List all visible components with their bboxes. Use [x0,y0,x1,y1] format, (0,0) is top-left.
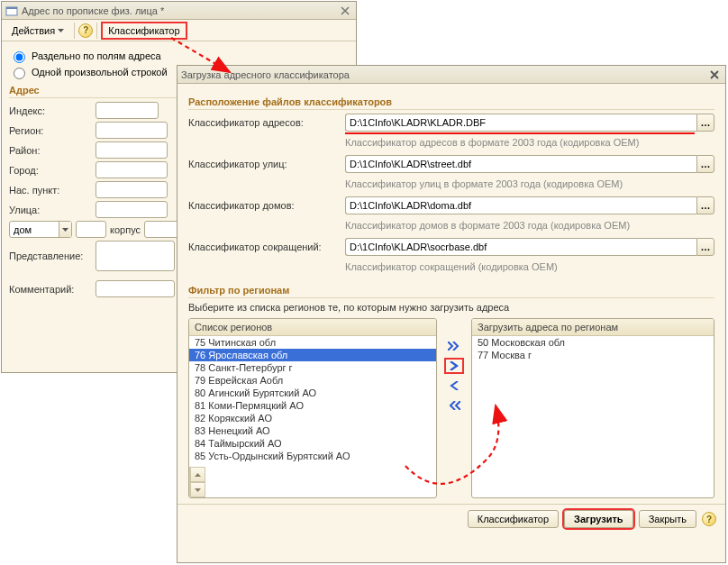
section-filter: Фильтр по регионам [188,285,714,298]
titlebar[interactable]: Загрузка адресного классификатора [177,66,725,84]
input-house[interactable] [76,221,106,238]
label-addr: Классификатор адресов: [188,117,340,128]
input-region[interactable] [96,122,168,139]
list-item[interactable]: 78 Санкт-Петербург г [189,361,436,374]
list-item[interactable]: 76 Ярославская обл [189,349,436,361]
actions-label: Действия [12,25,55,36]
help-icon[interactable]: ? [78,23,93,38]
list-item[interactable]: 85 Усть-Ордынский Бурятский АО [189,450,436,462]
label-street: Классификатор улиц: [188,159,340,169]
svg-rect-1 [6,7,17,9]
input-house-value: D:\1CInfo\KLADR\doma.dbf [350,200,471,211]
actions-menu[interactable]: Действия [5,22,70,40]
load-label: Загрузить [574,514,623,524]
input-locality[interactable] [96,181,168,198]
footer-classifier-label: Классификатор [478,514,549,524]
list-selected-header: Загрузить адреса по регионам [472,319,714,336]
input-city[interactable] [96,161,168,178]
hint-addr: Классификатор адресов в формате 2003 год… [345,137,714,148]
input-district[interactable] [96,141,168,159]
radio-free-string-label: Одной произвольной строкой [32,67,168,77]
hint-street: Классификатор улиц в формате 2003 года (… [345,178,714,189]
list-item[interactable]: 84 Таймырский АО [189,437,436,450]
list-item[interactable]: 50 Московская обл [472,336,714,349]
chevron-down-icon [58,29,64,32]
browse-button[interactable]: … [696,238,714,256]
list-regions-header: Список регионов [189,319,436,336]
list-item[interactable]: 83 Ненецкий АО [189,424,436,437]
classifier-button[interactable]: Классификатор [101,22,187,40]
window-icon [5,5,18,17]
hint-house: Классификатор домов в формате 2003 года … [345,220,714,231]
annotation-underline [345,132,695,134]
input-street-value: D:\1CInfo\KLADR\street.dbf [350,159,471,169]
footer-classifier-button[interactable]: Классификатор [468,510,559,528]
move-buttons [444,318,464,498]
label-index: Индекс: [9,105,90,116]
hint-abbr: Классификатор сокращений (кодировка OEM) [345,261,714,272]
label-region: Регион: [9,125,90,136]
close-icon[interactable] [338,5,352,17]
list-item[interactable]: 80 Агинский Бурятский АО [189,387,436,399]
browse-button[interactable]: … [696,114,714,132]
toolbar-divider [74,23,75,39]
scroll-down-icon[interactable] [190,482,205,497]
close-label: Закрыть [649,514,687,524]
input-index[interactable] [96,102,159,119]
close-button[interactable]: Закрыть [639,510,696,528]
titlebar[interactable]: Адрес по прописке физ. лица * [2,2,356,20]
footer: Классификатор Загрузить Закрыть ? [177,504,725,533]
list-item[interactable]: 77 Москва г [472,349,714,361]
input-abbr-value: D:\1CInfo\KLADR\socrbase.dbf [350,241,487,252]
list-item[interactable]: 82 Корякский АО [189,412,436,424]
close-icon[interactable] [707,68,722,81]
scroll-up-icon[interactable] [190,467,205,482]
label-comment: Комментарий: [9,284,90,295]
move-all-right[interactable] [444,338,464,354]
input-house[interactable]: D:\1CInfo\KLADR\doma.dbf [345,196,696,214]
input-street[interactable] [96,201,168,218]
move-all-left[interactable] [444,397,464,414]
label-locality: Нас. пункт: [9,185,90,196]
input-comment[interactable] [96,280,175,297]
label-abbr: Классификатор сокращений: [188,241,340,252]
label-representation: Представление: [9,251,90,261]
label-building: корпус [110,224,141,235]
window-title: Загрузка адресного классификатора [181,69,350,80]
label-city: Город: [9,165,90,176]
browse-button[interactable]: … [696,196,714,214]
input-addr-value: D:\1CInfo\KLADR\KLADR.DBF [350,117,486,128]
input-addr[interactable]: D:\1CInfo\KLADR\KLADR.DBF [345,114,696,132]
label-house: Классификатор домов: [188,200,340,211]
toolbar-divider [96,23,97,39]
radio-by-fields-label: Раздельно по полям адреса [32,50,161,61]
label-street: Улица: [9,205,90,215]
house-type-combo[interactable]: дом [9,221,72,238]
radio-by-fields-input[interactable] [14,51,25,63]
input-street[interactable]: D:\1CInfo\KLADR\street.dbf [345,155,696,173]
list-item[interactable]: 75 Читинская обл [189,336,436,349]
input-abbr[interactable]: D:\1CInfo\KLADR\socrbase.dbf [345,238,696,256]
toolbar: Действия ? Классификатор [2,20,356,41]
list-selected[interactable]: Загрузить адреса по регионам 50 Московск… [471,318,714,498]
browse-button[interactable]: … [696,155,714,173]
chevron-down-icon [59,222,71,237]
classifier-label: Классификатор [108,25,179,36]
radio-by-fields[interactable]: Раздельно по полям адреса [9,49,349,63]
move-right[interactable] [444,358,464,374]
house-type-value: дом [14,224,32,235]
list-regions[interactable]: Список регионов 75 Читинская обл76 Яросл… [188,318,437,498]
scrollbar[interactable] [189,467,205,497]
radio-free-string-input[interactable] [14,68,25,79]
list-item[interactable]: 81 Коми-Пермяцкий АО [189,399,436,412]
input-building[interactable] [144,221,180,238]
help-icon[interactable]: ? [702,512,716,526]
window-loader: Загрузка адресного классификатора Распол… [177,65,726,563]
input-representation[interactable] [96,241,175,271]
filter-hint: Выберите из списка регионов те, по котор… [188,302,714,313]
section-files: Расположение файлов классификаторов [188,96,714,110]
window-title: Адрес по прописке физ. лица * [22,5,164,16]
list-item[interactable]: 79 Еврейская Аобл [189,374,436,387]
load-button[interactable]: Загрузить [564,510,633,528]
move-left[interactable] [444,378,464,394]
